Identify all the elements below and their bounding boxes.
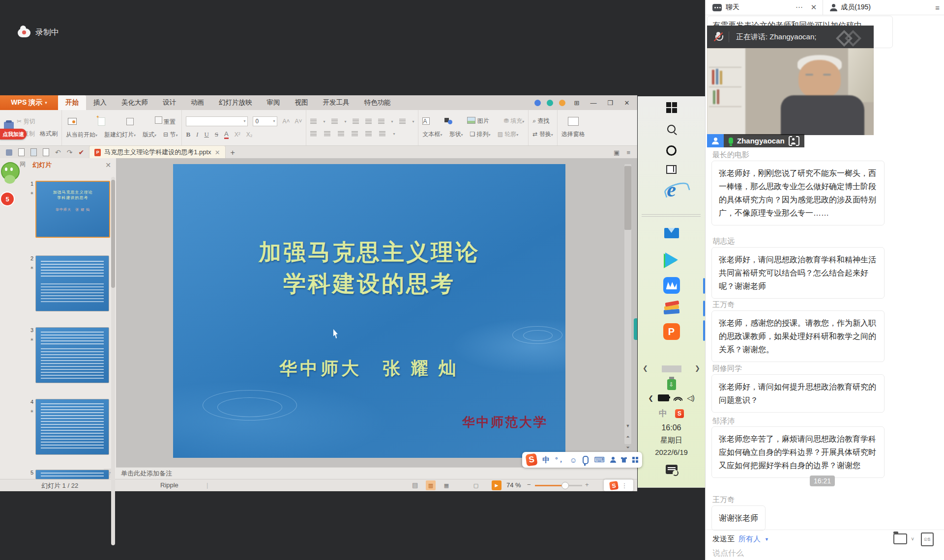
from-current-button[interactable]: 从当前开始▾ [66,131,97,139]
sogou-status-widget[interactable]: S ⋮ [604,479,633,491]
slide-thumb-5[interactable] [35,470,109,479]
tab-special[interactable]: 特色功能 [357,95,398,110]
font-name-combo[interactable]: ▾ [186,116,248,126]
wps-office-icon[interactable] [638,301,705,317]
tencent-video-icon[interactable] [638,252,705,267]
textbox-button[interactable]: 文本框▾ [422,130,442,139]
restore-button[interactable]: ❒ [605,99,616,107]
sync-icon[interactable] [534,100,541,106]
chat-close-icon[interactable]: ✕ [807,3,821,12]
file-transfer-icon[interactable] [893,533,907,544]
arrange-button[interactable]: ❏ 排列▾ [470,130,491,139]
replace-button[interactable]: ⇄ 替换▾ [532,130,553,139]
minimize-button[interactable]: — [588,99,599,107]
slideshow-play-button[interactable]: ▶ [492,480,502,490]
cut-button[interactable]: ✂ 剪切 [17,117,35,126]
print-preview-icon[interactable] [43,148,49,156]
tab-insert[interactable]: 插入 [86,95,114,110]
taskbar-scroll[interactable]: ❮ ❯ [638,364,705,372]
format-painter-button[interactable]: 格式刷 [40,130,58,138]
superscript-button[interactable]: X² [235,131,240,138]
tray-expand-icon[interactable]: ❮ [648,394,653,402]
side-panel-handle[interactable] [634,318,637,340]
ime-mode-icon[interactable]: 中 [659,408,667,419]
tab-members[interactable]: 成员(195) [841,3,871,12]
new-slide-button[interactable]: 新建幻灯片▾ [104,131,136,139]
slide-thumb-1[interactable]: 加强马克思主义理论学科建设的思考 华中师大 张 耀 灿 [35,181,110,238]
distribute-icon[interactable] [365,131,372,137]
start-button[interactable] [638,102,705,113]
columns-icon[interactable] [378,119,384,124]
zoom-in-button[interactable]: + [585,481,589,488]
align-center-icon[interactable] [324,131,330,137]
shrink-font-button[interactable]: A˅ [295,118,302,125]
slide-thumb-4[interactable] [35,399,109,455]
slide-thumb-3[interactable] [35,327,109,383]
doc-list-icon[interactable]: ≡ [626,149,630,156]
punctuation-icon[interactable]: °， [555,455,564,464]
soft-keyboard-icon[interactable]: ⌨ [594,455,605,464]
find-button[interactable]: ⌕ 查找 [532,117,549,125]
chevron-down-icon[interactable]: ▼ [765,537,769,542]
action-center-icon[interactable] [638,465,705,474]
send-target-select[interactable]: 所有人 [738,534,761,544]
announcement-icon[interactable]: 公告 [921,532,934,546]
layout-switch-icon[interactable]: ⊞ [571,99,582,107]
undo-icon[interactable]: ↶ [55,148,61,156]
chat-more-icon[interactable]: ⋯ [792,3,807,12]
tab-review[interactable]: 审阅 [260,95,288,110]
close-button[interactable]: ✕ [621,99,632,107]
slide-school[interactable]: 华中师范大学 [462,414,548,431]
tab-design[interactable]: 设计 [155,95,183,110]
skin-center-icon[interactable] [621,457,627,463]
bold-button[interactable]: B [186,131,190,139]
message-input-placeholder[interactable]: 说点什么 [712,548,744,559]
docer-mascot[interactable] [1,162,19,190]
section-button[interactable]: ⊟ 节▾ [163,131,177,139]
line-spacing-icon[interactable] [379,131,385,137]
notes-toggle-icon[interactable]: ▤ [412,481,418,489]
picture-button[interactable]: 图片 [467,117,489,125]
account-icon[interactable] [610,457,616,463]
toolbox-icon[interactable] [632,457,638,463]
format-check-icon[interactable]: ✔ [78,148,84,156]
slide-scrollbar-thumb[interactable] [624,166,631,230]
share-icon[interactable] [547,100,553,106]
sogou-toolbar[interactable]: S 中 °， ☺ ⌨ [522,452,642,468]
zoom-out-button[interactable]: − [527,481,531,488]
voice-input-icon[interactable] [583,456,589,464]
selection-pane-button[interactable]: 选择窗格 [561,130,585,139]
mail-app-icon[interactable] [638,228,705,238]
next-slide-icon[interactable]: ⏷ [624,443,631,452]
panel-scrollbar-thumb[interactable] [111,180,115,288]
sogou-tray-icon[interactable]: S [675,409,684,418]
bullets-icon[interactable] [310,119,317,124]
new-document-tab-button[interactable]: + [231,148,235,159]
save-icon[interactable] [6,149,12,156]
notes-bar[interactable]: 单击此处添加备注 [116,467,637,479]
font-size-combo[interactable]: 0▾ [253,116,277,126]
emoji-icon[interactable]: ☺ [569,456,577,464]
text-direction-icon[interactable] [399,119,406,124]
outline-button[interactable]: ▨ 轮廓▾ [498,130,519,139]
italic-button[interactable]: I [196,131,198,139]
tab-home[interactable]: 开始 [58,95,86,110]
print-icon[interactable] [30,148,37,156]
usb-tray-icon[interactable]: ⇩ [638,379,705,390]
skin-icon[interactable] [559,100,565,106]
speaker-icon[interactable]: ◁) [687,394,694,402]
wps-app-menu[interactable]: WPS 演示 ▾ [0,95,58,110]
justify-icon[interactable] [352,131,358,137]
input-mode-icon[interactable]: 中 [542,455,550,465]
taskbar-scrollbar-thumb[interactable] [662,365,681,372]
tab-chat[interactable]: 聊天 [726,3,739,12]
align-left-icon[interactable] [310,131,317,137]
export-pdf-icon[interactable] [18,148,25,156]
scroll-down-icon[interactable]: ▼ [624,421,631,430]
reading-view-button[interactable]: ▢ [471,480,481,490]
slide-title[interactable]: 加强马克思主义理论 学科建设的思考 [173,237,565,300]
normal-view-button[interactable]: ▥ [426,480,436,490]
tab-slideshow[interactable]: 幻灯片放映 [211,95,260,110]
strike-button[interactable]: S [215,131,218,139]
scroll-right-icon[interactable]: ❯ [695,364,700,372]
